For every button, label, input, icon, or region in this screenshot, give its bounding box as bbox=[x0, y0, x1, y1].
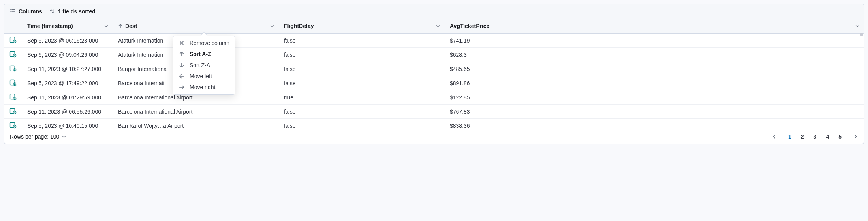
cell-time: Sep 5, 2023 @ 10:40:15.000 bbox=[22, 119, 113, 130]
cell-time: Sep 5, 2023 @ 06:16:23.000 bbox=[22, 34, 113, 48]
header-label: Dest bbox=[125, 23, 137, 29]
cell-time: Sep 6, 2023 @ 09:04:26.000 bbox=[22, 48, 113, 62]
table-row: Sep 5, 2023 @ 06:16:23.000Ataturk Intern… bbox=[4, 34, 864, 48]
menu-item-move-right[interactable]: Move right bbox=[173, 82, 235, 93]
expand-row-icon[interactable] bbox=[9, 107, 17, 115]
menu-label: Sort Z-A bbox=[190, 62, 210, 68]
cell-avgprice: $485.65 bbox=[444, 62, 864, 76]
columns-label: Columns bbox=[19, 8, 42, 15]
table-row: Sep 5, 2023 @ 10:40:15.000Bari Karol Woj… bbox=[4, 119, 864, 130]
expand-row-icon[interactable] bbox=[9, 36, 17, 44]
cell-flightdelay: false bbox=[278, 119, 444, 130]
expand-header bbox=[4, 19, 22, 34]
page-3[interactable]: 3 bbox=[814, 133, 817, 140]
sort-status-button[interactable]: 1 fields sorted bbox=[49, 8, 96, 15]
expand-row-icon[interactable] bbox=[9, 50, 17, 58]
menu-item-move-left[interactable]: Move left bbox=[173, 71, 235, 82]
page-5[interactable]: 5 bbox=[838, 133, 842, 140]
rows-per-page-label: Rows per page: 100 bbox=[10, 133, 59, 140]
chevron-down-icon[interactable] bbox=[436, 24, 440, 28]
cell-avgprice: $122.85 bbox=[444, 90, 864, 105]
header-label: FlightDelay bbox=[284, 23, 314, 29]
cell-flightdelay: false bbox=[278, 62, 444, 76]
menu-label: Remove column bbox=[190, 40, 229, 46]
cell-time: Sep 5, 2023 @ 17:49:22.000 bbox=[22, 76, 113, 90]
cell-dest: Bari Karol Wojty…a Airport bbox=[113, 119, 278, 130]
menu-label: Sort A-Z bbox=[190, 51, 211, 57]
expand-row-icon[interactable] bbox=[9, 121, 17, 129]
x-icon bbox=[178, 40, 185, 46]
column-header-dest[interactable]: Dest bbox=[113, 19, 278, 34]
menu-label: Move right bbox=[190, 84, 215, 90]
chevron-down-icon[interactable] bbox=[855, 24, 860, 28]
rows-per-page-select[interactable]: Rows per page: 100 bbox=[10, 133, 66, 140]
table-row: Sep 11, 2023 @ 01:29:59.000Barcelona Int… bbox=[4, 90, 864, 105]
expand-row-icon[interactable] bbox=[9, 64, 17, 72]
column-context-menu: Remove column Sort A-Z Sort Z-A Move lef… bbox=[173, 36, 235, 95]
menu-label: Move left bbox=[190, 73, 212, 79]
page-1[interactable]: 1 bbox=[788, 133, 791, 140]
page-4[interactable]: 4 bbox=[826, 133, 829, 140]
arrow-down-icon bbox=[178, 62, 185, 68]
header-label: Time (timestamp) bbox=[27, 23, 73, 29]
cell-flightdelay: false bbox=[278, 76, 444, 90]
cell-flightdelay: true bbox=[278, 90, 444, 105]
cell-time: Sep 11, 2023 @ 06:55:26.000 bbox=[22, 105, 113, 119]
data-table-panel: Columns 1 fields sorted Time (timestamp) bbox=[4, 4, 864, 144]
cell-flightdelay: false bbox=[278, 34, 444, 48]
arrow-up-icon bbox=[178, 51, 185, 57]
sort-status-label: 1 fields sorted bbox=[58, 8, 96, 15]
table-toolbar: Columns 1 fields sorted bbox=[4, 4, 864, 19]
expand-row-icon[interactable] bbox=[9, 93, 17, 101]
cell-flightdelay: false bbox=[278, 105, 444, 119]
columns-button[interactable]: Columns bbox=[10, 8, 42, 15]
cell-time: Sep 11, 2023 @ 10:27:27.000 bbox=[22, 62, 113, 76]
table-row: Sep 5, 2023 @ 17:49:22.000Barcelona Inte… bbox=[4, 76, 864, 90]
cell-dest: Barcelona International Airport bbox=[113, 105, 278, 119]
column-header-avgprice[interactable]: AvgTicketPrice bbox=[444, 19, 864, 34]
chevron-down-icon[interactable] bbox=[104, 24, 109, 28]
cell-avgprice: $767.83 bbox=[444, 105, 864, 119]
cell-avgprice: $741.19 bbox=[444, 34, 864, 48]
arrow-up-icon bbox=[118, 24, 123, 28]
arrow-left-icon bbox=[178, 73, 185, 79]
cell-avgprice: $628.3 bbox=[444, 48, 864, 62]
menu-item-sort-az[interactable]: Sort A-Z bbox=[173, 49, 235, 60]
pagination: 12345 bbox=[772, 133, 858, 140]
table-row: Sep 11, 2023 @ 10:27:27.000Bangor Intern… bbox=[4, 62, 864, 76]
menu-item-sort-za[interactable]: Sort Z-A bbox=[173, 60, 235, 71]
page-prev[interactable] bbox=[772, 134, 777, 139]
page-2[interactable]: 2 bbox=[801, 133, 804, 140]
table-row: Sep 11, 2023 @ 06:55:26.000Barcelona Int… bbox=[4, 105, 864, 119]
table-scroll-area[interactable]: Time (timestamp) Dest bbox=[4, 19, 864, 129]
chevron-down-icon bbox=[62, 134, 66, 139]
header-label: AvgTicketPrice bbox=[450, 23, 489, 29]
data-table: Time (timestamp) Dest bbox=[4, 19, 864, 129]
cell-flightdelay: false bbox=[278, 48, 444, 62]
cell-avgprice: $838.36 bbox=[444, 119, 864, 130]
chevron-down-icon[interactable] bbox=[270, 24, 274, 28]
table-footer: Rows per page: 100 12345 bbox=[4, 129, 864, 144]
table-row: Sep 6, 2023 @ 09:04:26.000Ataturk Intern… bbox=[4, 48, 864, 62]
list-icon bbox=[10, 9, 15, 14]
cell-avgprice: $891.86 bbox=[444, 76, 864, 90]
expand-row-icon[interactable] bbox=[9, 79, 17, 86]
column-header-flightdelay[interactable]: FlightDelay bbox=[278, 19, 444, 34]
cell-time: Sep 11, 2023 @ 01:29:59.000 bbox=[22, 90, 113, 105]
column-header-time[interactable]: Time (timestamp) bbox=[22, 19, 113, 34]
page-next[interactable] bbox=[853, 134, 858, 139]
menu-item-remove-column[interactable]: Remove column bbox=[173, 37, 235, 49]
arrow-right-icon bbox=[178, 84, 185, 90]
sort-icon bbox=[49, 9, 55, 14]
